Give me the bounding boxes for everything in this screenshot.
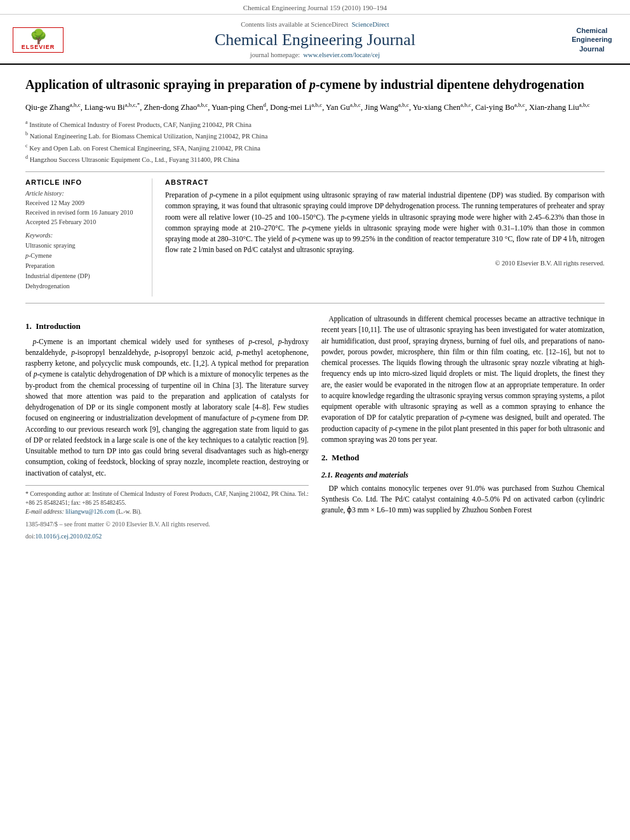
article-history: Article history: Received 12 May 2009 Re… — [25, 190, 142, 227]
right-column: Application of ultrasounds in different … — [321, 314, 605, 541]
keyword-3: Preparation — [25, 261, 142, 271]
revised-date: Received in revised form 16 January 2010 — [25, 208, 142, 217]
footnote-area: * Corresponding author at: Institute of … — [25, 485, 309, 541]
sciencedirect-link[interactable]: ScienceDirect — [352, 21, 389, 28]
email-link[interactable]: liliangwu@126.com — [65, 509, 115, 515]
doi-line: doi:10.1016/j.cej.2010.02.052 — [25, 531, 309, 541]
received-date: Received 12 May 2009 — [25, 198, 142, 208]
main-content: 1. Introduction p-Cymene is an important… — [25, 314, 605, 541]
keyword-2: p-Cymene — [25, 251, 142, 261]
left-column: 1. Introduction p-Cymene is an important… — [25, 314, 309, 541]
top-bar: Chemical Engineering Journal 159 (2010) … — [0, 0, 630, 15]
keywords-section: Keywords: Ultrasonic spraying p-Cymene P… — [25, 232, 142, 291]
journal-header: 🌳 ELSEVIER Contents lists available at S… — [0, 15, 630, 65]
abstract-heading: ABSTRACT — [165, 178, 605, 186]
section1-heading: 1. Introduction — [25, 320, 309, 333]
keyword-4: Industrial dipentene (DP) — [25, 271, 142, 281]
elsevier-wordmark: ELSEVIER — [17, 44, 60, 50]
journal-name: Chemical Engineering Journal — [70, 30, 560, 50]
article-title: Application of ultrasonic spraying in pr… — [25, 76, 605, 93]
abstract-text: Preparation of p-cymene in a pilot equip… — [165, 190, 605, 256]
journal-right-label: ChemicalEngineeringJournal — [566, 26, 617, 53]
journal-homepage: journal homepage: www.elsevier.com/locat… — [70, 51, 560, 58]
keyword-5: Dehydrogenation — [25, 281, 142, 291]
keywords-label: Keywords: — [25, 232, 142, 239]
article-info-col: ARTICLE INFO Article history: Received 1… — [25, 178, 152, 297]
history-label: Article history: — [25, 190, 142, 197]
journal-citation: Chemical Engineering Journal 159 (2010) … — [243, 4, 387, 11]
contents-line: Contents lists available at ScienceDirec… — [70, 21, 560, 28]
email-footnote: E-mail address: liliangwu@126.com (L.-w.… — [25, 507, 309, 516]
tree-icon: 🌳 — [17, 30, 60, 44]
intro-paragraph: p-Cymene is an important chemical widely… — [25, 337, 309, 479]
subsection-21-heading: 2.1. Reagents and materials — [321, 469, 605, 481]
elsevier-logo: 🌳 ELSEVIER — [13, 27, 64, 53]
journal-title-block: Contents lists available at ScienceDirec… — [70, 21, 560, 58]
doi-link[interactable]: 10.1016/j.cej.2010.02.052 — [36, 533, 102, 540]
homepage-url[interactable]: www.elsevier.com/locate/cej — [304, 51, 380, 58]
keyword-1: Ultrasonic spraying — [25, 241, 142, 251]
authors: Qiu-ge Zhanga,b,c, Liang-wu Bia,b,c,*, Z… — [25, 101, 605, 114]
divider-1 — [25, 171, 605, 172]
article-info-heading: ARTICLE INFO — [25, 178, 142, 186]
accepted-date: Accepted 25 February 2010 — [25, 217, 142, 227]
right-para-1: Application of ultrasounds in different … — [321, 314, 605, 445]
issn-line: 1385-8947/$ – see front matter © 2010 El… — [25, 519, 309, 529]
corresponding-footnote: * Corresponding author at: Institute of … — [25, 490, 309, 508]
copyright-line: © 2010 Elsevier B.V. All rights reserved… — [165, 260, 605, 267]
section2-heading: 2. Method — [321, 451, 605, 464]
abstract-col: ABSTRACT Preparation of p-cymene in a pi… — [165, 178, 605, 297]
affiliations: a Institute of Chemical Industry of Fore… — [25, 119, 605, 165]
article-body: Application of ultrasonic spraying in pr… — [0, 65, 630, 552]
method-paragraph: DP which contains monocylic terpenes ove… — [321, 483, 605, 516]
divider-2 — [25, 303, 605, 303]
info-abstract-section: ARTICLE INFO Article history: Received 1… — [25, 178, 605, 297]
